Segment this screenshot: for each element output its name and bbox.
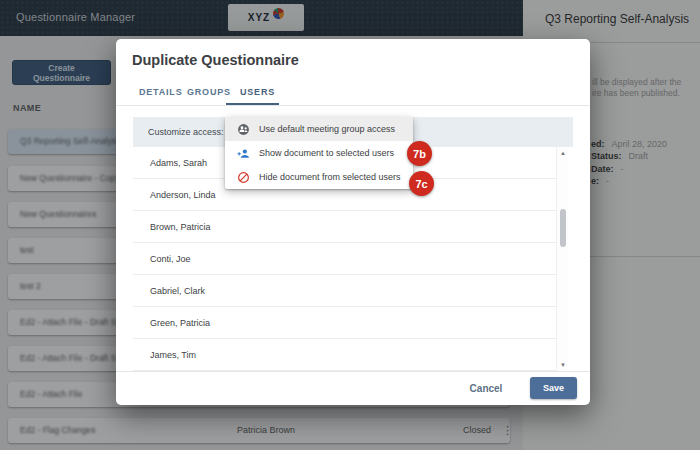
annotation-badge-7c: 7c — [409, 171, 434, 196]
access-dropdown-menu: Use default meeting group access Show do… — [225, 117, 413, 189]
tab-details[interactable]: DETAILS — [139, 87, 182, 97]
save-button[interactable]: Save — [530, 377, 577, 399]
menu-item-hide-document[interactable]: Hide document from selected users — [225, 165, 413, 189]
person-add-icon — [237, 147, 250, 160]
user-row[interactable]: Gabriel, Clark — [133, 275, 556, 307]
menu-item-label: Hide document from selected users — [259, 172, 401, 182]
user-row[interactable]: James, Tim — [133, 339, 556, 371]
tab-groups[interactable]: GROUPS — [187, 87, 231, 97]
dialog-title: Duplicate Questionnaire — [132, 52, 299, 68]
menu-item-default-access[interactable]: Use default meeting group access — [225, 117, 413, 141]
tabs-divider — [116, 105, 590, 106]
user-list-scrollbar[interactable]: ▲ ▼ — [556, 147, 568, 371]
group-access-icon — [237, 123, 250, 136]
menu-item-label: Use default meeting group access — [259, 124, 395, 134]
footer-divider — [116, 371, 590, 372]
user-row[interactable]: Green, Patricia — [133, 307, 556, 339]
menu-item-show-document[interactable]: Show document to selected users — [225, 141, 413, 165]
cancel-button[interactable]: Cancel — [462, 377, 510, 399]
annotation-badge-7b: 7b — [407, 141, 432, 166]
menu-item-label: Show document to selected users — [259, 148, 394, 158]
scrollbar-down-icon[interactable]: ▼ — [557, 362, 569, 368]
user-row[interactable]: Conti, Joe — [133, 243, 556, 275]
scrollbar-up-icon[interactable]: ▲ — [557, 150, 569, 156]
user-row[interactable]: Brown, Patricia — [133, 211, 556, 243]
scrollbar-thumb[interactable] — [560, 209, 566, 247]
customize-access-label: Customize access: — [148, 117, 224, 147]
screen: Questionnaire Manager XYZ Create Questio… — [0, 0, 700, 450]
tab-users[interactable]: USERS — [240, 87, 275, 97]
block-icon — [237, 171, 250, 184]
duplicate-questionnaire-dialog: Duplicate Questionnaire DETAILS GROUPS U… — [116, 39, 590, 405]
